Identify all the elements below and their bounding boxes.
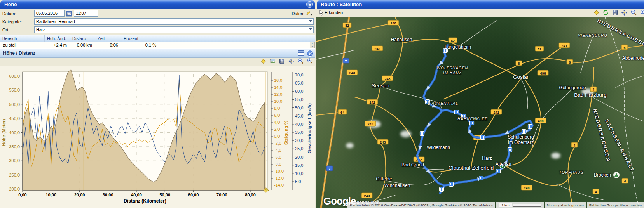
route-pause-marker[interactable] xyxy=(479,176,483,180)
x-tick-label: 10,00 xyxy=(45,192,56,197)
zoom-in-icon[interactable] xyxy=(307,58,313,64)
svg-text:241: 241 xyxy=(493,111,499,114)
route-pause-marker[interactable] xyxy=(426,100,430,104)
scroll-up-icon[interactable]: ▲ xyxy=(310,42,315,45)
svg-text:6: 6 xyxy=(518,62,520,66)
pan-icon[interactable] xyxy=(621,9,628,16)
road-shield-498: 498 xyxy=(521,185,532,190)
axis-tick-label: 300,0 xyxy=(9,158,20,163)
table-column-header[interactable]: Höh. Änd. xyxy=(45,35,70,42)
svg-text:7: 7 xyxy=(328,167,330,171)
route-pause-marker[interactable] xyxy=(449,182,454,187)
route-start-marker[interactable] xyxy=(500,163,505,168)
table-column-header[interactable]: Zeit xyxy=(95,35,121,42)
save-icon[interactable] xyxy=(612,9,618,16)
table-column-header[interactable]: Prozent xyxy=(121,35,159,42)
axis-tick-label: 5,0 xyxy=(295,179,301,184)
x-tick-label: 0,00 xyxy=(18,192,26,197)
road-shield-6: 6 xyxy=(567,59,573,64)
axis-tick-label: 70,0 xyxy=(295,73,303,77)
ort-dropdown[interactable]: Harz xyxy=(34,26,314,33)
x-tick-label: 40,00 xyxy=(131,192,142,197)
road-shield-248: 248 xyxy=(372,46,383,51)
svg-text:4: 4 xyxy=(573,144,575,147)
axis-tick-label: 45,0 xyxy=(295,114,303,118)
svg-text:498: 498 xyxy=(538,119,543,123)
svg-text:243: 243 xyxy=(364,194,370,198)
svg-text:241: 241 xyxy=(561,44,567,48)
kategorie-dropdown[interactable]: Radfahren: Rennrad xyxy=(34,18,314,25)
axis-tick-label: 350,0 xyxy=(9,144,20,149)
route-pause-marker[interactable] xyxy=(443,49,448,53)
left-panel-titlebar: Höhe xyxy=(0,0,315,9)
table-row[interactable]: zu steil+2,4 m0,00 km0:060,1 % xyxy=(0,42,315,48)
axis-tick-label: 450,0 xyxy=(9,116,20,121)
route-pause-marker[interactable] xyxy=(420,132,424,136)
axis-tick-label: -8,0 xyxy=(274,162,281,166)
collapse-panel-button[interactable] xyxy=(306,1,313,8)
axis-tick-label: -6,0 xyxy=(274,155,281,159)
table-column-header[interactable]: Bereich xyxy=(0,35,45,42)
refresh-icon[interactable] xyxy=(602,9,609,16)
elevation-panel: Höhe Datum: 05.05.2016 11:07 Daten: xyxy=(0,0,315,208)
axis-tick-label: 35,0 xyxy=(295,130,303,135)
right-panel-title: Route : Satelliten xyxy=(321,2,362,7)
zoom-out-icon[interactable] xyxy=(630,9,637,16)
zoom-out-icon[interactable] xyxy=(297,58,304,64)
erkunden-button[interactable]: Erkunden xyxy=(325,10,343,15)
datum-input[interactable]: 05.05.2016 xyxy=(34,10,65,17)
split-view-icon[interactable] xyxy=(298,50,304,56)
report-error-link[interactable]: Fehler bei Google Maps melden xyxy=(587,202,644,208)
svg-text:243: 243 xyxy=(367,122,373,126)
table-column-header[interactable]: Distanz xyxy=(70,35,95,42)
terms-link[interactable]: Nutzungsbedingungen xyxy=(545,202,586,208)
export-image-icon[interactable] xyxy=(269,58,276,64)
axis-tick-label: 2,0 xyxy=(274,127,280,132)
svg-text:1: 1 xyxy=(265,189,267,192)
route-pause-marker[interactable] xyxy=(496,169,501,173)
table-scrollbar[interactable]: ▲ ▼ xyxy=(310,42,315,48)
zoom-in-icon[interactable] xyxy=(640,9,644,16)
x-tick-label: 30,00 xyxy=(103,192,113,197)
pan-icon[interactable] xyxy=(288,58,295,64)
map-attribution: Kartendaten © 2016 GeoBasis-DE/BKG (©200… xyxy=(347,202,644,208)
x-tick-label: 20,00 xyxy=(74,192,85,197)
road-shield-82: 82 xyxy=(449,38,457,43)
edit-data-button[interactable] xyxy=(306,10,313,17)
calendar-button[interactable] xyxy=(66,10,72,17)
svg-text:242: 242 xyxy=(369,101,375,104)
map-toolbar: Erkunden xyxy=(316,9,644,17)
route-pause-marker[interactable] xyxy=(455,110,459,114)
route-pause-marker[interactable] xyxy=(462,114,466,118)
zeit-input[interactable]: 11:07 xyxy=(74,10,98,17)
route-overlay[interactable] xyxy=(417,45,620,193)
table-cell: 0:06 xyxy=(95,42,121,48)
save-icon[interactable] xyxy=(279,58,285,64)
map-canvas[interactable]: 2488282248724324824264243243724224324182… xyxy=(316,17,644,208)
marker-diamond-icon[interactable] xyxy=(260,58,267,64)
road-shield-4: 4 xyxy=(571,142,578,147)
route-pause-marker[interactable] xyxy=(470,121,474,125)
svg-text:64: 64 xyxy=(340,111,344,114)
x-tick-label: 60,00 xyxy=(188,192,199,197)
route-pause-marker[interactable] xyxy=(522,130,526,134)
scroll-down-icon[interactable]: ▼ xyxy=(310,45,315,48)
svg-text:4: 4 xyxy=(624,179,626,183)
route-pause-marker[interactable] xyxy=(508,148,512,152)
route-pause-marker[interactable] xyxy=(440,187,444,192)
axis-tick-label: 16,0 xyxy=(274,78,282,83)
route-pause-marker[interactable] xyxy=(481,135,485,140)
axis-tick-label: -2,0 xyxy=(274,141,281,146)
road-shield-243: 243 xyxy=(347,70,358,75)
axis-tick-label: 600,0 xyxy=(9,74,20,78)
marker-diamond-icon[interactable] xyxy=(593,9,600,16)
collapse-chart-button[interactable] xyxy=(307,50,313,57)
road-shield-4: 4 xyxy=(593,189,599,194)
route-pause-marker[interactable] xyxy=(528,125,532,129)
x-axis-title: Distanz (Kilometer) xyxy=(124,198,166,204)
elevation-chart[interactable]: 600,0550,0500,0450,0400,0350,0300,0250,0… xyxy=(0,66,315,208)
svg-text:6: 6 xyxy=(623,46,625,50)
axis-tick-label: -10,0 xyxy=(274,169,284,173)
svg-text:498: 498 xyxy=(540,71,546,75)
road-shield-6: 6 xyxy=(516,61,522,66)
